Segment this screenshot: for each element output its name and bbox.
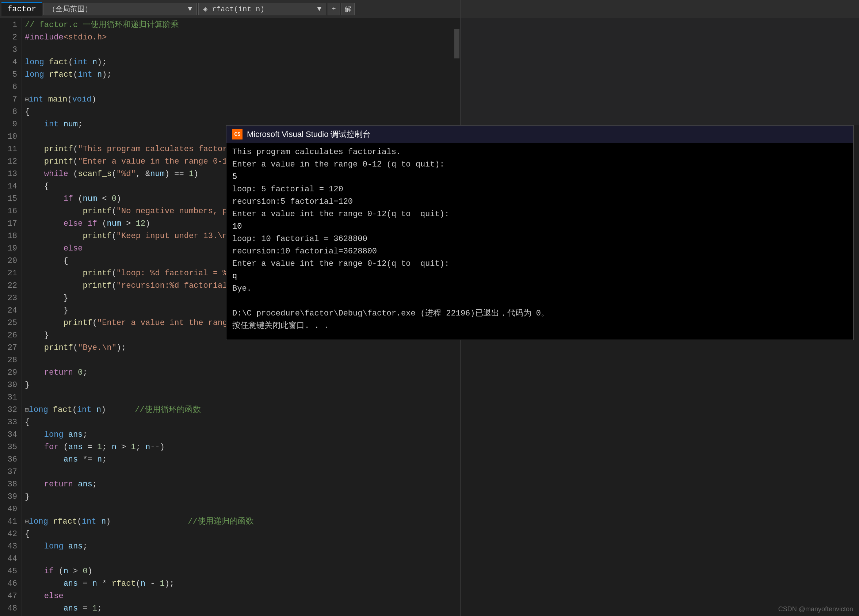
console-line-8: loop: 10 factorial = 3628800 — [232, 233, 847, 245]
console-line-13 — [232, 295, 847, 307]
console-line-7: 10 — [232, 221, 847, 233]
console-line-11: q — [232, 270, 847, 282]
console-title: Microsoft Visual Studio 调试控制台 — [247, 129, 371, 140]
code-line-31 — [22, 391, 454, 404]
console-line-10: Enter a value int the range 0-12(q to qu… — [232, 258, 847, 270]
solve-button[interactable]: 解 — [342, 3, 355, 16]
code-line-35: for ( ans = 1 ; n > 1 ; n --) — [22, 441, 454, 454]
scrollbar-thumb[interactable] — [454, 29, 459, 58]
line-numbers: 12345 678910 1112131415 1617181920 21222… — [0, 18, 22, 616]
code-line-43: long ans ; — [22, 540, 454, 553]
console-line-5: recursion:5 factorial=120 — [232, 196, 847, 208]
scope-label: （全局范围） — [48, 4, 92, 14]
code-line-28 — [22, 354, 454, 366]
code-line-45: if ( n > 0 ) — [22, 565, 454, 578]
code-line-33: { — [22, 416, 454, 429]
vs-icon: CS — [232, 129, 242, 139]
console-line-12: Bye. — [232, 282, 847, 295]
editor-toolbar: factor （全局范围） ▼ ◈ rfact(int n) ▼ + 解 — [0, 0, 460, 18]
code-line-3 — [22, 44, 454, 56]
code-line-1: // factor.c 一使用循环和递归计算阶乘 — [22, 19, 454, 31]
bottom-right-panel — [460, 340, 859, 616]
code-line-47: else — [22, 590, 454, 602]
code-line-32: ⊟ long fact ( int n ) //使用循环的函数 — [22, 404, 454, 416]
console-line-15: 按任意键关闭此窗口. . . — [232, 320, 847, 332]
file-tab[interactable]: factor — [2, 2, 42, 16]
code-line-44 — [22, 553, 454, 565]
code-line-2: #include<stdio.h> — [22, 31, 454, 44]
function-dropdown[interactable]: ◈ rfact(int n) ▼ — [198, 3, 326, 16]
code-line-39: } — [22, 491, 454, 503]
console-line-9: recursion:10 factorial=3628800 — [232, 245, 847, 258]
code-line-4: long fact ( int n ); — [22, 56, 454, 69]
code-line-38: return ans ; — [22, 478, 454, 491]
right-toolbar — [461, 0, 859, 18]
console-window: CS Microsoft Visual Studio 调试控制台 This pr… — [226, 125, 854, 340]
console-line-4: loop: 5 factorial = 120 — [232, 183, 847, 196]
code-line-5: long rfact ( int n ); — [22, 69, 454, 81]
right-panel-top — [460, 0, 859, 125]
code-line-48: ans = 1 ; — [22, 602, 454, 615]
code-line-7: ⊟ int main ( void ) — [22, 94, 454, 106]
csdn-badge: CSDN @manyoftenvicton — [778, 605, 853, 613]
console-body: This program calculates factorials. Ente… — [226, 143, 853, 340]
code-line-41: ⊟ long rfact ( int n ) //使用递归的函数 — [22, 516, 454, 528]
code-line-29: return 0 ; — [22, 366, 454, 379]
console-line-6: Enter a value int the range 0-12(q to qu… — [232, 208, 847, 221]
code-line-6 — [22, 81, 454, 94]
console-line-3: 5 — [232, 171, 847, 183]
file-tab-label: factor — [7, 5, 36, 14]
scope-dropdown[interactable]: （全局范围） ▼ — [44, 3, 197, 16]
func-label: ◈ rfact(int n) — [203, 5, 264, 14]
right-content — [461, 18, 859, 24]
code-line-40 — [22, 503, 454, 516]
scope-chevron-icon: ▼ — [188, 5, 192, 13]
code-line-30: } — [22, 379, 454, 391]
console-titlebar: CS Microsoft Visual Studio 调试控制台 — [226, 126, 853, 143]
code-line-27: printf ( "Bye.\n" ); — [22, 342, 454, 354]
console-line-14: D:\C procedure\factor\Debug\factor.exe (… — [232, 307, 847, 320]
code-line-34: long ans ; — [22, 429, 454, 441]
code-line-8: { — [22, 106, 454, 118]
code-line-42: { — [22, 528, 454, 540]
code-line-46: ans = n * rfact ( n - 1 ); — [22, 578, 454, 590]
console-line-2: Enter a value in the range 0-12 (q to qu… — [232, 159, 847, 171]
code-line-37 — [22, 466, 454, 478]
console-line-1: This program calculates factorials. — [232, 146, 847, 159]
func-chevron-icon: ▼ — [317, 5, 322, 13]
add-button[interactable]: + — [328, 3, 340, 16]
code-line-36: ans *= n ; — [22, 454, 454, 466]
